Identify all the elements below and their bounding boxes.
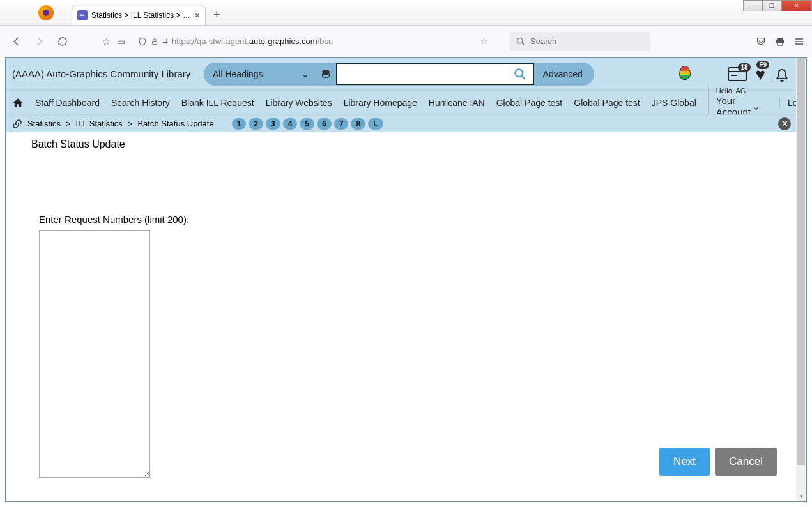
toolbar-right xyxy=(756,36,804,47)
browser-toolbar: ☆ ▭ ⇄ https://qa-stwi-agent.auto-graphic… xyxy=(0,26,812,57)
nav-jps-global[interactable]: JPS Global xyxy=(652,98,696,108)
pill-5[interactable]: 5 xyxy=(300,118,314,130)
svg-rect-4 xyxy=(778,42,783,45)
dropdown-label: All Headings xyxy=(213,69,263,79)
tab-bar: •• Statistics > ILL Statistics > Batch… … xyxy=(72,6,220,25)
cancel-button[interactable]: Cancel xyxy=(715,448,777,476)
header-right: 18 ♥ F9 xyxy=(678,64,790,84)
bookmark-star-icon[interactable]: ☆ xyxy=(102,36,111,47)
main-search-input[interactable] xyxy=(337,64,507,84)
vertical-scrollbar[interactable]: ▾ xyxy=(796,58,806,501)
pill-8[interactable]: 8 xyxy=(351,118,365,130)
pill-1[interactable]: 1 xyxy=(232,118,247,130)
breadcrumb-batch-status[interactable]: Batch Status Update xyxy=(137,119,213,128)
nav-blank-ill-request[interactable]: Blank ILL Request xyxy=(181,98,254,108)
card-badge-count: 18 xyxy=(738,63,750,72)
nav-staff-dashboard[interactable]: Staff Dashboard xyxy=(35,98,100,108)
card-icon[interactable]: 18 xyxy=(728,67,747,81)
heart-badge: F9 xyxy=(756,61,769,69)
request-numbers-textarea[interactable] xyxy=(39,230,150,478)
back-button[interactable] xyxy=(8,33,26,50)
history-pills: 1 2 3 4 5 6 7 8 L xyxy=(232,118,383,130)
logout-link[interactable]: Logout xyxy=(779,98,796,108)
close-breadcrumb-button[interactable]: ✕ xyxy=(778,117,791,130)
window-maximize-button[interactable]: ☐ xyxy=(762,0,781,11)
chevron-down-icon: ⌄ xyxy=(302,69,309,79)
svg-rect-2 xyxy=(777,38,783,40)
browser-tab[interactable]: •• Statistics > ILL Statistics > Batch… … xyxy=(72,6,206,25)
svg-point-6 xyxy=(515,70,523,77)
nav-library-websites[interactable]: Library Websites xyxy=(266,98,332,108)
forward-button[interactable] xyxy=(31,33,49,50)
extensions-icon[interactable]: ▭ xyxy=(117,36,125,47)
link-icon xyxy=(12,119,22,129)
heart-icon[interactable]: ♥ F9 xyxy=(756,64,765,84)
window-minimize-button[interactable]: — xyxy=(743,0,762,11)
advanced-search-link[interactable]: Advanced xyxy=(534,69,592,79)
search-button[interactable] xyxy=(507,68,533,80)
balloon-icon[interactable] xyxy=(678,66,691,82)
nav-search-history[interactable]: Search History xyxy=(111,98,170,108)
pocket-icon[interactable] xyxy=(756,36,766,47)
bell-icon[interactable] xyxy=(774,66,790,82)
hello-label: Hello, AG xyxy=(716,87,760,95)
hamburger-menu-icon[interactable] xyxy=(794,36,804,47)
pill-7[interactable]: 7 xyxy=(334,118,349,130)
pill-3[interactable]: 3 xyxy=(266,118,280,130)
svg-rect-0 xyxy=(153,41,157,44)
bookmark-page-icon[interactable]: ☆ xyxy=(480,36,488,46)
database-icon[interactable] xyxy=(321,69,331,79)
home-icon[interactable] xyxy=(12,97,24,109)
pill-4[interactable]: 4 xyxy=(283,118,298,130)
reload-button[interactable] xyxy=(54,33,72,50)
breadcrumb-statistics[interactable]: Statistics xyxy=(27,119,61,128)
pill-2[interactable]: 2 xyxy=(249,118,263,130)
pill-6[interactable]: 6 xyxy=(317,118,332,130)
address-bar[interactable]: ⇄ https://qa-stwi-agent.auto-graphics.co… xyxy=(134,32,492,51)
main-area: Batch Status Update Enter Request Number… xyxy=(6,132,796,487)
next-button[interactable]: Next xyxy=(659,448,710,476)
page-title: Batch Status Update xyxy=(31,139,777,150)
shield-icon xyxy=(138,37,147,46)
breadcrumb-ill-statistics[interactable]: ILL Statistics xyxy=(76,119,123,128)
svg-point-1 xyxy=(517,38,523,43)
scroll-thumb[interactable] xyxy=(797,58,805,465)
library-name: (AAAA) Auto-Graphics Community Library xyxy=(12,68,197,80)
lock-icon xyxy=(151,38,158,45)
tab-title: Statistics > ILL Statistics > Batch… xyxy=(91,11,191,20)
nav-hurricane-ian[interactable]: Hurricane IAN xyxy=(429,98,485,108)
page-viewport: ▾ (AAAA) Auto-Graphics Community Library… xyxy=(5,57,807,502)
new-tab-button[interactable]: + xyxy=(213,8,220,22)
nav-library-homepage[interactable]: Library Homepage xyxy=(344,98,417,108)
breadcrumb-bar: Statistics > ILL Statistics > Batch Stat… xyxy=(6,114,796,132)
firefox-icon xyxy=(38,5,54,20)
search-group: All Headings ⌄ Advanced xyxy=(204,63,594,86)
main-search-wrap xyxy=(336,63,534,85)
window-titlebar: •• Statistics > ILL Statistics > Batch… … xyxy=(0,0,812,26)
nav-row: Staff Dashboard Search History Blank ILL… xyxy=(6,90,796,114)
breadcrumb-sep: > xyxy=(128,119,133,128)
page-content: (AAAA) Auto-Graphics Community Library A… xyxy=(6,58,796,501)
permissions-icon[interactable]: ⇄ xyxy=(162,37,168,45)
search-placeholder: Search xyxy=(530,36,556,46)
print-icon[interactable] xyxy=(775,36,785,47)
nav-global-page-test-1[interactable]: Global Page test xyxy=(496,98,563,108)
headings-dropdown[interactable]: All Headings ⌄ xyxy=(213,69,316,79)
tab-close-icon[interactable]: × xyxy=(195,10,200,20)
window-controls: — ☐ ✕ xyxy=(743,0,812,11)
browser-search-box[interactable]: Search xyxy=(510,32,650,51)
search-icon xyxy=(516,37,525,46)
url-text: https://qa-stwi-agent.auto-graphics.com/… xyxy=(172,36,333,46)
scroll-down-arrow[interactable]: ▾ xyxy=(796,491,806,501)
nav-global-page-test-2[interactable]: Global Page test xyxy=(574,98,640,108)
chevron-down-icon: ⌄ xyxy=(752,101,760,112)
breadcrumb-sep: > xyxy=(66,119,71,128)
url-leading-icons: ☆ ▭ xyxy=(102,36,125,47)
window-close-button[interactable]: ✕ xyxy=(781,0,812,11)
pill-last[interactable]: L xyxy=(368,118,383,130)
app-header: (AAAA) Auto-Graphics Community Library A… xyxy=(6,58,796,90)
tab-favicon: •• xyxy=(77,10,88,20)
action-row: Next Cancel xyxy=(659,448,777,476)
request-numbers-label: Enter Request Numbers (limit 200): xyxy=(39,214,777,225)
